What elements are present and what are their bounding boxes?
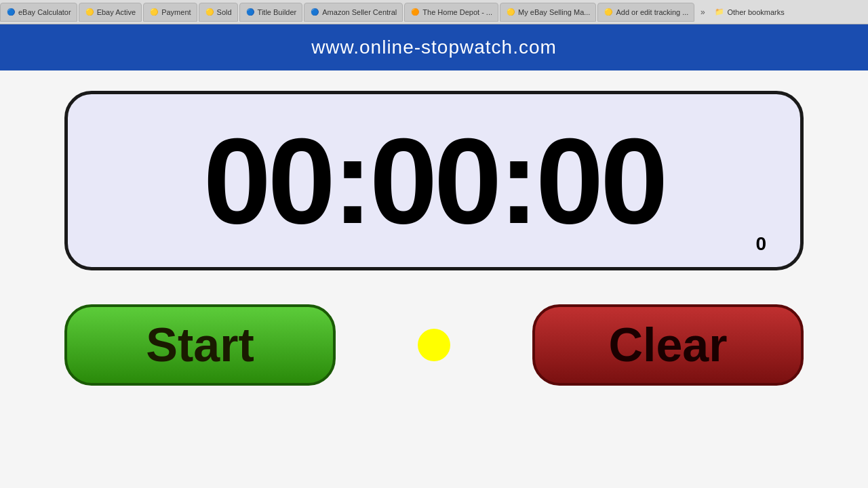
- clear-button[interactable]: Clear: [532, 304, 804, 386]
- tab-amazon-seller[interactable]: 🔵 Amazon Seller Central: [304, 3, 403, 22]
- tab-icon-tracking: 🟡: [604, 7, 613, 17]
- stopwatch-time: 00:00:00: [203, 120, 665, 242]
- tab-icon-ebay-active: 🟡: [85, 7, 94, 17]
- tab-payment[interactable]: 🟡 Payment: [143, 3, 197, 22]
- tab-icon-amazon-seller: 🔵: [310, 7, 319, 17]
- cursor-indicator: [418, 329, 450, 361]
- tab-label-my-ebay: My eBay Selling Ma...: [518, 8, 590, 16]
- tab-label-payment: Payment: [161, 8, 191, 16]
- page-content: www.online-stopwatch.com 00:00:00 0 Star…: [0, 24, 868, 488]
- tab-title-builder[interactable]: 🔵 Title Builder: [239, 3, 303, 22]
- main-area: 00:00:00 0 Start Clear: [0, 70, 868, 488]
- tab-list: 🔵 eBay Calculator 🟡 Ebay Active 🟡 Paymen…: [0, 0, 868, 24]
- tab-label-ebay-calculator: eBay Calculator: [18, 8, 71, 16]
- tab-ebay-calculator[interactable]: 🔵 eBay Calculator: [0, 3, 77, 22]
- tab-my-ebay[interactable]: 🟡 My eBay Selling Ma...: [500, 3, 596, 22]
- button-row: Start Clear: [64, 304, 804, 386]
- tab-label-home-depot: The Home Depot - ...: [422, 8, 492, 16]
- start-button[interactable]: Start: [64, 304, 336, 386]
- site-url: www.online-stopwatch.com: [311, 37, 557, 58]
- tab-label-tracking: Add or edit tracking ...: [616, 8, 688, 16]
- tab-label-ebay-active: Ebay Active: [97, 8, 136, 16]
- tab-icon-sold: 🟡: [205, 7, 214, 17]
- bookmarks-label: Other bookmarks: [727, 8, 784, 16]
- tab-tracking[interactable]: 🟡 Add or edit tracking ...: [597, 3, 694, 22]
- tab-label-amazon-seller: Amazon Seller Central: [322, 8, 397, 16]
- tab-label-sold: Sold: [217, 8, 232, 16]
- bookmarks-tab[interactable]: 📁 Other bookmarks: [709, 3, 789, 22]
- more-tabs-button[interactable]: »: [696, 3, 709, 22]
- start-button-label: Start: [146, 318, 254, 372]
- tab-label-title-builder: Title Builder: [258, 8, 297, 16]
- folder-icon: 📁: [715, 7, 724, 16]
- site-header: www.online-stopwatch.com: [0, 24, 868, 70]
- stopwatch-milliseconds: 0: [755, 233, 766, 255]
- tab-icon-title-builder: 🔵: [245, 7, 255, 17]
- tab-icon-payment: 🟡: [149, 7, 159, 17]
- tab-home-depot[interactable]: 🟠 The Home Depot - ...: [404, 3, 498, 22]
- tab-sold[interactable]: 🟡 Sold: [199, 3, 238, 22]
- more-tabs-label: »: [701, 7, 705, 17]
- tab-icon-ebay-calculator: 🔵: [6, 7, 16, 17]
- tab-icon-my-ebay: 🟡: [506, 7, 515, 17]
- clear-button-label: Clear: [608, 318, 727, 372]
- tab-ebay-active[interactable]: 🟡 Ebay Active: [79, 3, 142, 22]
- stopwatch-display: 00:00:00 0: [64, 91, 804, 270]
- browser-tab-bar: 🔵 eBay Calculator 🟡 Ebay Active 🟡 Paymen…: [0, 0, 868, 24]
- tab-icon-home-depot: 🟠: [410, 7, 420, 17]
